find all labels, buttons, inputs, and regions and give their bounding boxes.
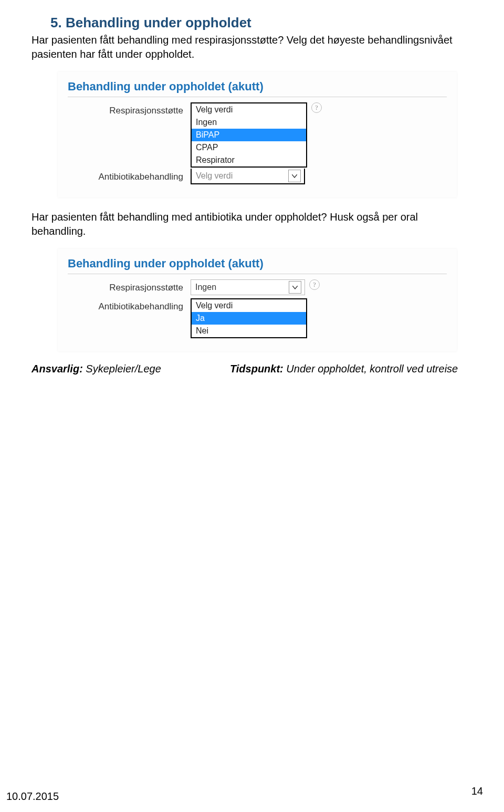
section-heading: 5. Behandling under oppholdet [50, 15, 462, 31]
antibiotika-select-obscured[interactable]: Velg verdi [191, 169, 305, 184]
field-label: Respirasjonsstøtte [68, 279, 191, 293]
chevron-down-icon [288, 170, 301, 182]
dropdown-option[interactable]: Respirator [192, 154, 306, 166]
paragraph-1: Har pasienten fått behandling med respir… [32, 33, 462, 61]
meta-value-ansvarlig: Sykepleier/Lege [83, 363, 161, 374]
help-icon[interactable]: ? [309, 279, 320, 290]
dropdown-option[interactable]: Velg verdi [192, 299, 306, 312]
chevron-down-icon [289, 281, 301, 294]
dropdown-option[interactable]: Velg verdi [192, 103, 306, 116]
dropdown-option[interactable]: Ingen [192, 116, 306, 129]
respirasjon-select[interactable]: Ingen [191, 279, 305, 295]
form-card-1: Behandling under oppholdet (akutt) Respi… [58, 72, 457, 197]
dropdown-option-selected[interactable]: Ja [192, 312, 306, 325]
select-value: Velg verdi [196, 171, 233, 181]
paragraph-2: Har pasienten fått behandling med antibi… [32, 210, 462, 238]
form-row-respirasjon: Respirasjonsstøtte Velg verdi Ingen BiPA… [68, 102, 447, 168]
select-value: Ingen [195, 283, 216, 292]
respirasjon-dropdown-open[interactable]: Velg verdi Ingen BiPAP CPAP Respirator [191, 102, 307, 168]
field-label: Antibiotikabehandling [68, 298, 191, 312]
dropdown-option[interactable]: CPAP [192, 141, 306, 154]
divider [68, 97, 447, 97]
divider [68, 274, 447, 274]
meta-label-ansvarlig: Ansvarlig: [32, 363, 83, 374]
meta-value-tidspunkt: Under oppholdet, kontroll ved utreise [284, 363, 458, 374]
dropdown-option-selected[interactable]: BiPAP [192, 129, 306, 141]
help-icon-wrap: ? [311, 102, 322, 113]
form-card-2: Behandling under oppholdet (akutt) Respi… [58, 249, 457, 351]
document-page: 5. Behandling under oppholdet Har pasien… [0, 0, 504, 812]
meta-label-tidspunkt: Tidspunkt: [230, 363, 284, 374]
antibiotika-dropdown-open[interactable]: Velg verdi Ja Nei [191, 298, 307, 338]
help-icon-wrap: ? [309, 279, 320, 290]
form-row-respirasjon: Respirasjonsstøtte Ingen ? [68, 279, 447, 295]
card-title: Behandling under oppholdet (akutt) [68, 257, 447, 270]
card-title: Behandling under oppholdet (akutt) [68, 80, 447, 93]
meta-line: Ansvarlig: Sykepleier/Lege Tidspunkt: Un… [32, 363, 462, 375]
form-row-antibiotika: Antibiotikabehandling Velg verdi [68, 169, 447, 184]
dropdown-option[interactable]: Nei [192, 325, 306, 337]
help-icon[interactable]: ? [311, 102, 322, 113]
field-label: Respirasjonsstøtte [68, 102, 191, 116]
form-row-antibiotika: Antibiotikabehandling Velg verdi Ja Nei [68, 298, 447, 338]
footer-date: 10.07.2015 [6, 790, 59, 803]
footer-page-number: 14 [471, 785, 483, 797]
field-label: Antibiotikabehandling [68, 169, 191, 182]
